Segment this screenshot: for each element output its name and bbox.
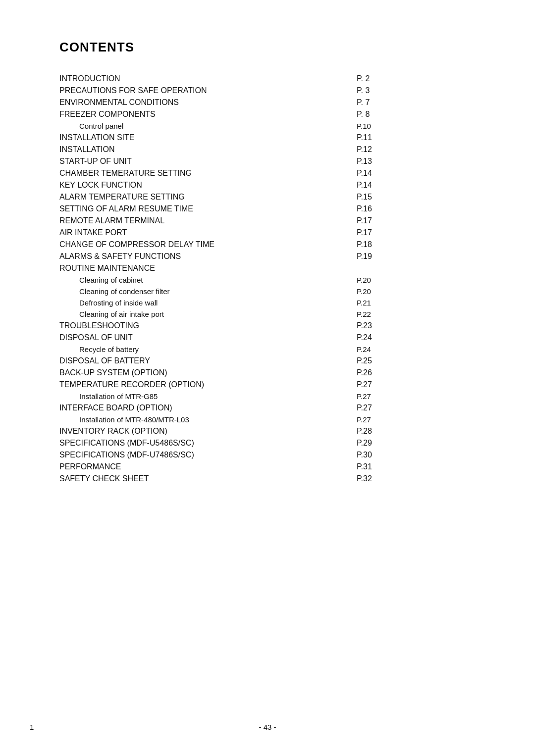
list-item: Defrosting of inside wallP.21 [59,297,476,308]
list-item: FREEZER COMPONENTSP. 8 [59,108,476,120]
list-item: INSTALLATION SITEP.11 [59,132,476,144]
toc-entry-label: Cleaning of air intake port [59,308,347,320]
toc-entry-label: Recycle of battery [59,344,347,355]
page-number-center: - 43 - [259,723,276,731]
list-item: SETTING OF ALARM RESUME TIMEP.16 [59,203,476,215]
list-item: Installation of MTR-G85P.27 [59,391,476,402]
list-item: Installation of MTR-480/MTR-L03P.27 [59,414,476,425]
toc-entry-label: Defrosting of inside wall [59,297,347,308]
list-item: SPECIFICATIONS (MDF-U5486S/SC)P.29 [59,437,476,449]
list-item: Cleaning of cabinetP.20 [59,274,476,286]
toc-entry-label: ROUTINE MAINTENANCE [59,262,347,274]
list-item: ALARM TEMPERATURE SETTINGP.15 [59,191,476,203]
list-item: CHAMBER TEMERATURE SETTINGP.14 [59,167,476,179]
toc-entry-label: SPECIFICATIONS (MDF-U5486S/SC) [59,437,347,449]
toc-entry-label: ENVIRONMENTAL CONDITIONS [59,97,347,108]
toc-entry-page: P.15 [347,191,476,203]
toc-entry-page: P.13 [347,155,476,167]
toc-entry-label: SPECIFICATIONS (MDF-U7486S/SC) [59,449,347,461]
toc-entry-label: Control panel [59,120,347,132]
toc-entry-page: P.20 [347,274,476,286]
toc-entry-label: ALARMS & SAFETY FUNCTIONS [59,251,347,262]
toc-entry-label: SETTING OF ALARM RESUME TIME [59,203,347,215]
toc-entry-label: DISPOSAL OF UNIT [59,332,347,344]
list-item: REMOTE ALARM TERMINALP.17 [59,215,476,227]
toc-entry-page: P.23 [347,320,476,332]
toc-entry-page: P.14 [347,167,476,179]
toc-entry-label: PRECAUTIONS FOR SAFE OPERATION [59,85,347,97]
toc-entry-label: TEMPERATURE RECORDER (OPTION) [59,379,347,391]
toc-entry-label: DISPOSAL OF BATTERY [59,355,347,367]
toc-entry-page: P.27 [347,402,476,414]
toc-entry-label: INSTALLATION SITE [59,132,347,144]
toc-entry-page: P.25 [347,355,476,367]
toc-entry-page: P. 2 [347,73,476,85]
toc-entry-page: P.12 [347,144,476,155]
toc-entry-page: P.14 [347,179,476,191]
toc-entry-label: Cleaning of cabinet [59,274,347,286]
list-item: TEMPERATURE RECORDER (OPTION)P.27 [59,379,476,391]
list-item: Control panelP.10 [59,120,476,132]
toc-entry-page: P.22 [347,308,476,320]
toc-entry-label: AIR INTAKE PORT [59,227,347,239]
list-item: ROUTINE MAINTENANCE [59,262,476,274]
list-item: Recycle of batteryP.24 [59,344,476,355]
list-item: SAFETY CHECK SHEETP.32 [59,473,476,485]
toc-entry-page: P.26 [347,367,476,379]
toc-entry-label: BACK-UP SYSTEM (OPTION) [59,367,347,379]
list-item: INTERFACE BOARD (OPTION)P.27 [59,402,476,414]
toc-entry-page: P.10 [347,120,476,132]
list-item: DISPOSAL OF UNITP.24 [59,332,476,344]
toc-entry-label: Installation of MTR-G85 [59,391,347,402]
toc-entry-label: REMOTE ALARM TERMINAL [59,215,347,227]
toc-entry-label: SAFETY CHECK SHEET [59,473,347,485]
page-number-left: 1 [30,723,34,731]
toc-entry-label: INVENTORY RACK (OPTION) [59,425,347,437]
toc-entry-label: START-UP OF UNIT [59,155,347,167]
list-item: PRECAUTIONS FOR SAFE OPERATIONP. 3 [59,85,476,97]
toc-entry-label: CHAMBER TEMERATURE SETTING [59,167,347,179]
toc-entry-label: Cleaning of condenser filter [59,286,347,297]
toc-entry-label: PERFORMANCE [59,461,347,473]
toc-entry-page: P.27 [347,379,476,391]
toc-entry-page: P.11 [347,132,476,144]
toc-entry-label: Installation of MTR-480/MTR-L03 [59,414,347,425]
toc-entry-page: P.17 [347,215,476,227]
list-item: CHANGE OF COMPRESSOR DELAY TIMEP.18 [59,239,476,251]
list-item: Cleaning of air intake portP.22 [59,308,476,320]
toc-entry-page: P.29 [347,437,476,449]
list-item: BACK-UP SYSTEM (OPTION)P.26 [59,367,476,379]
toc-entry-page: P.27 [347,391,476,402]
list-item: ALARMS & SAFETY FUNCTIONSP.19 [59,251,476,262]
toc-entry-page: P.19 [347,251,476,262]
toc-entry-page: P.27 [347,414,476,425]
toc-entry-page: P.28 [347,425,476,437]
list-item: INVENTORY RACK (OPTION)P.28 [59,425,476,437]
toc-entry-page: P.24 [347,344,476,355]
page: CONTENTS INTRODUCTIONP. 2PRECAUTIONS FOR… [0,0,535,756]
list-item: INSTALLATIONP.12 [59,144,476,155]
toc-entry-label: INTRODUCTION [59,73,347,85]
list-item: Cleaning of condenser filterP.20 [59,286,476,297]
toc-entry-page: P.20 [347,286,476,297]
toc-entry-page: P. 7 [347,97,476,108]
list-item: START-UP OF UNITP.13 [59,155,476,167]
list-item: AIR INTAKE PORTP.17 [59,227,476,239]
toc-entry-label: ALARM TEMPERATURE SETTING [59,191,347,203]
toc-table: INTRODUCTIONP. 2PRECAUTIONS FOR SAFE OPE… [59,73,476,485]
toc-entry-page: P. 8 [347,108,476,120]
toc-entry-page [347,262,476,274]
toc-entry-page: P.32 [347,473,476,485]
toc-entry-label: CHANGE OF COMPRESSOR DELAY TIME [59,239,347,251]
toc-entry-page: P. 3 [347,85,476,97]
toc-entry-label: FREEZER COMPONENTS [59,108,347,120]
toc-entry-page: P.17 [347,227,476,239]
list-item: ENVIRONMENTAL CONDITIONSP. 7 [59,97,476,108]
toc-entry-page: P.24 [347,332,476,344]
list-item: SPECIFICATIONS (MDF-U7486S/SC)P.30 [59,449,476,461]
toc-entry-label: INSTALLATION [59,144,347,155]
toc-entry-page: P.21 [347,297,476,308]
list-item: DISPOSAL OF BATTERYP.25 [59,355,476,367]
toc-entry-label: KEY LOCK FUNCTION [59,179,347,191]
toc-entry-page: P.31 [347,461,476,473]
